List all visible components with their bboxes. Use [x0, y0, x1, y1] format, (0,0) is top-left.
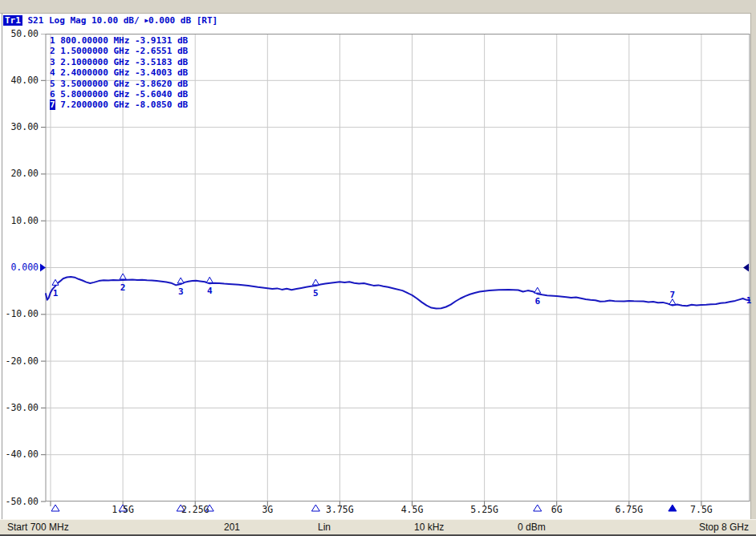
y-tick-label: -30.00 — [0, 403, 39, 413]
marker-7-number-label: 7 — [670, 290, 676, 300]
active-marker-number: 7 — [50, 99, 55, 110]
x-tick-label: 1.5G — [99, 504, 147, 515]
marker-1-axis-triangle-icon[interactable] — [51, 505, 59, 511]
x-tick-label: 7.5G — [677, 504, 726, 515]
x-tick-label: 3G — [243, 504, 291, 515]
marker-number: 3 — [50, 57, 55, 67]
marker-number: 2 — [50, 46, 55, 56]
y-tick-label: 40.00 — [0, 75, 39, 86]
trace-status-flag: [RT] — [197, 15, 218, 26]
x-tick-label: 2.25G — [171, 504, 219, 515]
marker-readout-row: 5 3.5000000 GHz -3.8620 dB — [50, 79, 188, 89]
top-margin-strip — [0, 0, 756, 14]
marker-2-number-label: 2 — [120, 282, 126, 293]
marker-readout-row: 6 5.8000000 GHz -5.6040 dB — [50, 89, 188, 99]
sweep-points-label: 201 — [224, 520, 240, 534]
y-ref-level-label: 0.000 — [0, 262, 39, 273]
ref-level-left-arrow-icon — [40, 264, 46, 272]
marker-readout-row: 1 800.00000 MHz -3.9131 dB — [50, 35, 188, 46]
y-tick-label: -40.00 — [0, 449, 39, 460]
marker-readout-list: 1 800.00000 MHz -3.9131 dB2 1.5000000 GH… — [50, 35, 188, 111]
marker-7-axis-triangle-icon[interactable] — [669, 505, 677, 511]
marker-1-number-label: 1 — [53, 288, 59, 298]
trace-number-label: 1 — [746, 295, 752, 306]
y-tick-label: 20.00 — [0, 169, 39, 179]
x-tick-label: 6.75G — [605, 504, 653, 515]
y-tick-label: 30.00 — [0, 122, 39, 132]
trace1-badge[interactable]: Tr1 — [3, 15, 22, 26]
stop-frequency-label: Stop 8 GHz — [699, 520, 749, 534]
marker-number: 4 — [50, 67, 55, 78]
x-tick-label: 4.5G — [388, 504, 437, 515]
marker-readout-row: 7 7.2000000 GHz -8.0850 dB — [50, 99, 188, 110]
x-tick-label: 5.25G — [461, 504, 509, 515]
marker-3-number-label: 3 — [178, 286, 184, 297]
output-power-label: 0 dBm — [518, 520, 546, 534]
marker-4-number-label: 4 — [207, 286, 213, 296]
trace-measurement-label: S21 Log Mag 10.00 dB/ — [22, 15, 144, 26]
y-tick-label: -20.00 — [0, 356, 39, 367]
marker-6-number-label: 6 — [534, 296, 540, 307]
trace-ref-value: 0.000 dB — [148, 15, 197, 26]
status-bar: Start 700 MHz 201 Lin 10 kHz 0 dBm Stop … — [0, 519, 756, 536]
marker-readout-row: 3 2.1000000 GHz -3.5183 dB — [50, 57, 188, 67]
y-tick-label: -10.00 — [0, 309, 39, 319]
marker-5-number-label: 5 — [313, 288, 319, 298]
vna-screen: Tr1 S21 Log Mag 10.00 dB/ ▶0.000 dB [RT]… — [0, 0, 756, 536]
marker-number: 5 — [50, 79, 55, 89]
start-frequency-label: Start 700 MHz — [7, 520, 69, 534]
if-bandwidth-label: 10 kHz — [414, 520, 444, 534]
y-tick-label: -50.00 — [0, 497, 39, 507]
sweep-type-label: Lin — [318, 520, 331, 534]
marker-number: 6 — [50, 89, 55, 99]
y-tick-label: 50.00 — [0, 29, 39, 39]
marker-readout-row: 2 1.5000000 GHz -2.6551 dB — [50, 46, 188, 56]
x-tick-label: 3.75G — [315, 504, 364, 515]
x-tick-label: 6G — [533, 504, 581, 515]
y-tick-label: 10.00 — [0, 216, 39, 226]
trace-info-bar: Tr1 S21 Log Mag 10.00 dB/ ▶0.000 dB [RT] — [3, 14, 217, 26]
marker-number: 1 — [50, 35, 55, 46]
marker-readout-row: 4 2.4000000 GHz -3.4003 dB — [50, 67, 188, 78]
